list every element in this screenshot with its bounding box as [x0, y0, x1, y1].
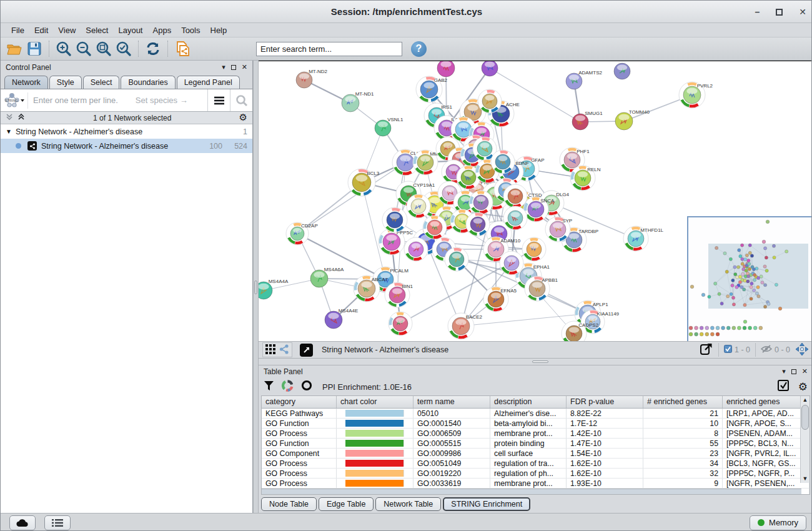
tab-network[interactable]: Network: [4, 76, 48, 89]
share-network-icon[interactable]: [279, 344, 289, 356]
network-node[interactable]: [466, 212, 490, 236]
network-node[interactable]: [522, 237, 546, 261]
network-node[interactable]: [491, 150, 515, 174]
panel-splitter[interactable]: [253, 61, 259, 513]
network-node[interactable]: EFNA5: [483, 287, 517, 312]
network-node[interactable]: SMUG1: [572, 111, 603, 130]
chart-settings-icon[interactable]: [282, 380, 294, 394]
column-header[interactable]: FDR p-value: [567, 396, 643, 408]
birdseye-toggle-icon[interactable]: [795, 342, 809, 358]
menu-edit[interactable]: Edit: [30, 24, 52, 36]
network-node[interactable]: [445, 247, 468, 271]
menu-tools[interactable]: Tools: [177, 24, 204, 36]
save-session-icon[interactable]: [26, 40, 43, 57]
table-row[interactable]: KEGG Pathways05010Alzheimer's dise...8.8…: [262, 409, 810, 419]
network-node[interactable]: BIN1: [385, 282, 413, 307]
table-splitter[interactable]: [259, 359, 812, 365]
string-search-input[interactable]: Enter one term per line. Set species →: [28, 96, 207, 105]
network-node[interactable]: [437, 61, 455, 77]
table-row[interactable]: GO ProcessGO:0019220regulation of ph...1…: [262, 469, 810, 479]
network-node[interactable]: [503, 184, 527, 208]
column-header[interactable]: term name: [413, 396, 490, 408]
collapse-all-icon[interactable]: [6, 113, 14, 122]
tab-node-table[interactable]: Node Table: [261, 497, 317, 511]
menu-apps[interactable]: Apps: [149, 24, 176, 36]
menu-help[interactable]: Help: [206, 24, 232, 36]
table-row[interactable]: GO ProcessGO:0006509membrane prot...1.42…: [262, 429, 810, 439]
zoom-selected-icon[interactable]: [115, 40, 132, 57]
zoom-in-icon[interactable]: [55, 40, 72, 57]
network-node[interactable]: [482, 61, 498, 76]
detach-view-icon[interactable]: [300, 344, 313, 357]
network-node[interactable]: ADAMTS2: [566, 70, 602, 89]
network-node[interactable]: [614, 63, 630, 79]
table-row[interactable]: GO ProcessGO:0051049regulation of tra...…: [262, 459, 810, 469]
panel-float-icon[interactable]: [231, 65, 236, 70]
network-node[interactable]: [478, 89, 502, 113]
copy-network-icon[interactable]: [174, 40, 191, 57]
zoom-fit-icon[interactable]: [95, 40, 112, 57]
network-node[interactable]: RELN: [570, 166, 601, 191]
tab-string-enrichment[interactable]: STRING Enrichment: [443, 497, 530, 511]
network-options-gear-icon[interactable]: ⚙: [239, 113, 247, 122]
network-node[interactable]: MS4A4A: [259, 279, 289, 299]
birdseye-view[interactable]: [688, 217, 812, 342]
memory-button[interactable]: Memory: [750, 515, 806, 530]
export-view-icon[interactable]: [700, 342, 713, 358]
menu-select[interactable]: Select: [81, 24, 112, 36]
tab-legend-panel[interactable]: Legend Panel: [177, 76, 240, 89]
set-species-hint[interactable]: Set species →: [136, 96, 188, 105]
expand-all-icon[interactable]: [17, 113, 26, 122]
network-node[interactable]: [423, 216, 447, 239]
network-node[interactable]: TOMM40: [615, 109, 650, 130]
hidden-items-eye-icon[interactable]: [761, 345, 772, 355]
search-input[interactable]: [256, 42, 402, 56]
network-node[interactable]: APBB1: [525, 276, 558, 301]
ring-chart-icon[interactable]: [301, 380, 312, 394]
network-node[interactable]: MS4A6A: [310, 267, 344, 287]
task-history-button[interactable]: [9, 515, 36, 530]
table-row[interactable]: GO FunctionGO:0005515protein binding1.47…: [262, 439, 810, 449]
network-row[interactable]: String Network - Alzheimer's disease 100…: [1, 139, 252, 153]
panel-close-icon[interactable]: ✕: [242, 63, 247, 71]
string-menu-icon[interactable]: [207, 89, 230, 111]
menu-file[interactable]: File: [7, 24, 29, 36]
refresh-icon[interactable]: [144, 40, 162, 57]
help-icon[interactable]: ?: [411, 41, 427, 57]
tab-network-table[interactable]: Network Table: [375, 497, 441, 511]
network-collection-row[interactable]: ▼ String Network - Alzheimer's disease 1: [1, 124, 252, 139]
tab-edge-table[interactable]: Edge Table: [319, 497, 374, 511]
network-node[interactable]: [469, 191, 493, 214]
network-node[interactable]: [382, 207, 407, 232]
open-session-icon[interactable]: [6, 40, 23, 57]
task-list-button[interactable]: [44, 515, 71, 530]
table-row[interactable]: GO ProcessGO:0033619membrane prot...1.93…: [262, 479, 810, 489]
column-header[interactable]: # enriched genes: [643, 396, 723, 408]
menu-layout[interactable]: Layout: [114, 24, 147, 36]
network-node[interactable]: PVRL2: [679, 82, 713, 108]
table-row[interactable]: GO ComponentGO:0009986cell surface1.54E-…: [262, 449, 810, 459]
network-node[interactable]: [404, 237, 428, 261]
zoom-out-icon[interactable]: [75, 40, 92, 57]
tab-boundaries[interactable]: Boundaries: [121, 76, 175, 89]
network-node[interactable]: MT-ND2: [296, 69, 327, 88]
network-node[interactable]: BACE2: [448, 313, 482, 339]
tab-select[interactable]: Select: [83, 76, 120, 89]
network-view[interactable]: MT-ND2MT-ND1VSNL1GAB2IRS1CHATACHEIL1BAPO…: [259, 61, 812, 341]
network-node[interactable]: GAB2: [416, 76, 448, 102]
table-vertical-scrollbar[interactable]: ▲▼: [800, 396, 810, 483]
network-node[interactable]: MS4A4E: [325, 308, 358, 329]
network-node[interactable]: BCL3: [348, 169, 380, 196]
table-close-icon[interactable]: ✕: [802, 367, 808, 375]
selected-nodes-checkbox-icon[interactable]: [724, 345, 732, 355]
minimize-icon[interactable]: –: [755, 7, 760, 16]
close-icon[interactable]: ✕: [799, 7, 806, 16]
network-node[interactable]: MTHFD1L: [623, 226, 664, 251]
network-node[interactable]: [407, 194, 430, 218]
network-node[interactable]: [503, 206, 527, 230]
select-rows-checkbox-icon[interactable]: [778, 380, 790, 394]
string-search-icon[interactable]: [230, 89, 252, 111]
network-node[interactable]: VSNL1: [375, 117, 404, 136]
column-header[interactable]: chart color: [337, 396, 413, 408]
table-row[interactable]: GO FunctionGO:0001540beta-amyloid bi...1…: [262, 419, 810, 429]
